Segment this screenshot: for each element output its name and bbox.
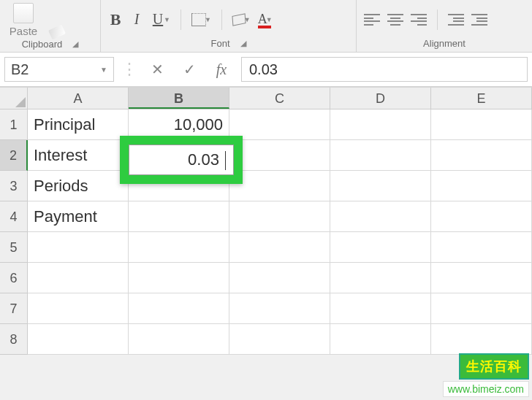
cell-E3[interactable] <box>431 171 532 201</box>
paste-icon <box>13 3 34 23</box>
font-color-button[interactable]: A▼ <box>256 9 274 30</box>
col-header-A[interactable]: A <box>28 88 129 109</box>
italic-button[interactable]: I <box>129 9 145 30</box>
alignment-group: Alignment <box>357 0 532 52</box>
cell-A7[interactable] <box>28 293 129 324</box>
name-box[interactable]: B2 ▼ <box>4 57 114 82</box>
underline-button[interactable]: U▼ <box>149 9 172 30</box>
col-header-B[interactable]: B <box>129 88 229 109</box>
row-headers: 1 2 3 4 5 6 7 8 <box>0 109 28 355</box>
copy-button[interactable] <box>45 15 60 26</box>
cell-B3[interactable] <box>129 171 229 201</box>
bold-button[interactable]: B <box>107 9 124 30</box>
alignment-group-label: Alignment <box>423 38 466 49</box>
formula-bar: B2 ▼ ⋮ ✕ ✓ fx 0.03 <box>0 53 532 88</box>
cell-E8[interactable] <box>431 324 532 355</box>
cell-E6[interactable] <box>431 263 532 293</box>
cell-C2[interactable] <box>229 140 330 171</box>
divider: ⋮ <box>121 60 137 79</box>
increase-indent-icon <box>471 14 487 26</box>
paste-button[interactable]: Paste <box>6 3 41 37</box>
cell-D5[interactable] <box>330 232 431 263</box>
cell-E4[interactable] <box>431 201 532 232</box>
chevron-down-icon[interactable]: ▼ <box>100 66 107 74</box>
cell-C6[interactable] <box>229 263 330 293</box>
col-header-C[interactable]: C <box>229 88 330 109</box>
worksheet: A B C D E 1 2 3 4 5 6 7 8 Principal 10,0… <box>0 88 532 355</box>
align-right-icon <box>411 14 427 26</box>
cell-E5[interactable] <box>431 232 532 263</box>
align-left-button[interactable] <box>362 9 381 30</box>
cell-C5[interactable] <box>229 232 330 263</box>
column-headers: A B C D E <box>0 88 532 109</box>
cell-D3[interactable] <box>330 171 431 201</box>
row-header-1[interactable]: 1 <box>0 109 28 140</box>
decrease-indent-icon <box>448 14 464 26</box>
cell-edit-input[interactable]: 0.03 <box>129 145 234 175</box>
font-color-icon: A <box>258 12 267 27</box>
cell-A2[interactable]: Interest <box>28 140 129 171</box>
cell-B6[interactable] <box>129 263 229 293</box>
cut-button[interactable] <box>45 4 60 14</box>
cell-E1[interactable] <box>431 109 532 140</box>
cell-D1[interactable] <box>330 109 431 140</box>
col-header-D[interactable]: D <box>330 88 431 109</box>
cell-E2[interactable] <box>431 140 532 171</box>
cell-D2[interactable] <box>330 140 431 171</box>
x-icon: ✕ <box>151 61 164 78</box>
align-center-button[interactable] <box>386 9 405 30</box>
cell-B8[interactable] <box>129 324 229 355</box>
cell-A1[interactable]: Principal <box>28 109 129 140</box>
cell-C8[interactable] <box>229 324 330 355</box>
borders-button[interactable]: ▼ <box>190 9 213 30</box>
col-header-E[interactable]: E <box>431 88 532 109</box>
align-right-button[interactable] <box>409 9 428 30</box>
cell-D7[interactable] <box>330 293 431 324</box>
cell-B4[interactable] <box>129 201 229 232</box>
insert-function-button[interactable]: fx <box>209 57 234 82</box>
row-header-6[interactable]: 6 <box>0 263 28 293</box>
cell-C3[interactable] <box>229 171 330 201</box>
increase-indent-button[interactable] <box>470 9 489 30</box>
cell-A6[interactable] <box>28 263 129 293</box>
watermark: 生活百科 www.bimeiz.com <box>443 353 529 397</box>
cell-C4[interactable] <box>229 201 330 232</box>
paste-label: Paste <box>10 25 37 37</box>
cancel-button[interactable]: ✕ <box>145 57 170 82</box>
cell-A4[interactable]: Payment <box>28 201 129 232</box>
cell-E7[interactable] <box>431 293 532 324</box>
row-header-2[interactable]: 2 <box>0 140 28 171</box>
cell-A5[interactable] <box>28 232 129 263</box>
cell-D6[interactable] <box>330 263 431 293</box>
ribbon: Paste Clipboard ◢ B I U▼ ▼ ▼ A▼ Font ◢ <box>0 0 532 53</box>
font-launcher-icon[interactable]: ◢ <box>240 39 246 48</box>
cell-B5[interactable] <box>129 232 229 263</box>
cell-grid: Principal 10,000 Interest Periods <box>28 109 532 355</box>
clipboard-launcher-icon[interactable]: ◢ <box>72 39 78 49</box>
row-header-8[interactable]: 8 <box>0 324 28 355</box>
formula-input[interactable]: 0.03 <box>241 57 528 82</box>
select-all-corner[interactable] <box>0 88 28 109</box>
font-group-label: Font <box>210 38 229 49</box>
row-header-3[interactable]: 3 <box>0 171 28 201</box>
cell-B7[interactable] <box>129 293 229 324</box>
cell-A3[interactable]: Periods <box>28 171 129 201</box>
watermark-url: www.bimeiz.com <box>443 381 529 397</box>
chevron-down-icon[interactable]: ▼ <box>164 16 170 23</box>
row-header-7[interactable]: 7 <box>0 293 28 324</box>
decrease-indent-button[interactable] <box>446 9 466 30</box>
cell-C7[interactable] <box>229 293 330 324</box>
row-header-5[interactable]: 5 <box>0 232 28 263</box>
row-header-4[interactable]: 4 <box>0 201 28 232</box>
cell-D8[interactable] <box>330 324 431 355</box>
enter-button[interactable]: ✓ <box>177 57 202 82</box>
cell-A8[interactable] <box>28 324 129 355</box>
cell-D4[interactable] <box>330 201 431 232</box>
svg-marker-0 <box>15 97 26 107</box>
watermark-logo: 生活百科 <box>459 353 529 380</box>
clipboard-group: Paste Clipboard ◢ <box>0 0 101 52</box>
cell-B1[interactable]: 10,000 <box>129 109 229 140</box>
align-center-icon <box>387 14 403 26</box>
fill-color-button[interactable]: ▼ <box>231 9 252 30</box>
cell-C1[interactable] <box>229 109 330 140</box>
